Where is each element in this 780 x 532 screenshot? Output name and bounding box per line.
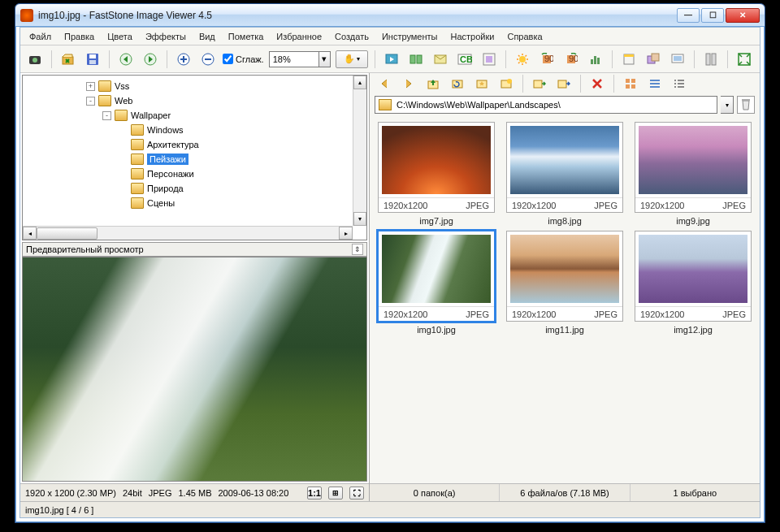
tree-node-сцены[interactable]: Сцены [23,196,366,210]
cb-tool-icon[interactable]: CB [455,50,474,69]
zoom-out-icon[interactable] [198,50,218,69]
zoom-in-icon[interactable] [174,50,193,69]
scroll-down-icon[interactable]: ▾ [353,212,366,226]
tree-scrollbar-horizontal[interactable]: ◂ ▸ [23,226,353,240]
menu-инструменты[interactable]: Инструменты [376,29,444,44]
brightness-icon[interactable] [513,50,532,69]
folder-icon [131,168,144,179]
menubar: ФайлПравкаЦветаЭффектыВидПометкаИзбранно… [20,28,760,45]
thumb-image [639,235,748,303]
thumbnail-img10.jpg[interactable]: 1920x1200JPEGimg10.jpg [376,231,496,335]
recycle-bin-icon[interactable] [737,96,755,114]
thumbnail-img7.jpg[interactable]: 1920x1200JPEGimg7.jpg [376,122,496,226]
menu-вид[interactable]: Вид [193,29,221,44]
view-list-icon[interactable] [645,74,665,93]
menu-избранное[interactable]: Избранное [271,29,327,44]
tree-toggle-icon[interactable]: - [86,97,95,106]
resize-icon[interactable] [479,50,499,69]
smooth-checkbox[interactable] [223,54,233,64]
crop-tool-icon[interactable] [619,50,639,69]
tree-toggle-icon[interactable]: + [86,82,95,91]
copy-to-icon[interactable] [530,74,549,93]
svg-rect-40 [534,80,542,88]
compare-icon[interactable] [406,50,426,69]
scroll-thumb[interactable] [37,227,98,240]
clone-tool-icon[interactable] [644,50,663,69]
scroll-left-icon[interactable]: ◂ [23,227,37,240]
tree-label: Персонажи [147,169,194,179]
tree-node-windows[interactable]: Windows [23,123,366,137]
refresh-icon[interactable] [448,74,467,93]
menu-цвета[interactable]: Цвета [102,29,138,44]
rotate-left-icon[interactable]: 90 [537,50,557,69]
menu-справка[interactable]: Справка [501,29,548,44]
tree-node-vss[interactable]: +Vss [23,79,366,93]
app-icon [20,9,33,22]
thumbnail-img9.jpg[interactable]: 1920x1200JPEGimg9.jpg [633,122,753,226]
close-button[interactable]: ✕ [726,8,760,23]
main-toolbar: Сглаж. 18% ▾ ✋▾ CB 90 90 [20,45,760,73]
expand-button[interactable]: ⛶ [349,487,364,500]
pan-tool-dropdown[interactable]: ✋▾ [336,50,368,68]
thumbnail-img11.jpg[interactable]: 1920x1200JPEGimg11.jpg [505,231,625,335]
slideshow-icon[interactable] [382,50,401,69]
thumbnails-area[interactable]: 1920x1200JPEGimg7.jpg1920x1200JPEGimg8.j… [370,115,760,483]
favorite-icon[interactable] [472,74,492,93]
scroll-right-icon[interactable]: ▸ [339,227,353,240]
preview-expand-icon[interactable]: ⇕ [352,244,363,255]
folder-icon [115,110,128,121]
ratio-button[interactable]: 1:1 [307,487,322,500]
menu-создать[interactable]: Создать [329,29,375,44]
view-thumbs-icon[interactable] [621,74,640,93]
preview-panel[interactable] [22,257,367,482]
thumbnail-img8.jpg[interactable]: 1920x1200JPEGimg8.jpg [505,122,625,226]
path-input[interactable]: C:\Windows\Web\Wallpaper\Landscapes\ [375,96,717,114]
email-icon[interactable] [431,50,450,69]
tree-node-пейзажи[interactable]: Пейзажи [23,152,366,167]
thumbnail-img12.jpg[interactable]: 1920x1200JPEGimg12.jpg [633,231,753,335]
menu-настройки[interactable]: Настройки [445,29,500,44]
app-statusbar: img10.jpg [ 4 / 6 ] [20,501,760,517]
menu-файл[interactable]: Файл [24,29,57,44]
delete-icon[interactable] [587,74,607,93]
zoom-dropdown-icon[interactable]: ▾ [319,51,331,67]
up-folder-icon[interactable] [423,74,443,93]
svg-rect-27 [624,54,634,57]
fullscreen-icon[interactable] [734,50,754,69]
tree-node-архитектура[interactable]: Архитектура [23,137,366,152]
tree-label: Пейзажи [147,154,188,165]
menu-пометка[interactable]: Пометка [223,29,270,44]
tree-node-wallpaper[interactable]: -Wallpaper [23,108,366,123]
menu-правка[interactable]: Правка [58,29,100,44]
hand-icon: ✋ [344,54,355,64]
tree-scrollbar-vertical[interactable]: ▴ ▾ [353,76,366,226]
tree-node-природа[interactable]: Природа [23,181,366,196]
zoom-value-input[interactable]: 18% [269,51,319,67]
svg-rect-46 [650,80,660,81]
save-icon[interactable] [83,50,102,69]
nav-back-icon[interactable] [375,74,394,93]
maximize-button[interactable]: ☐ [701,8,724,23]
tree-node-web[interactable]: -Web [23,93,366,108]
menu-эффекты[interactable]: Эффекты [140,29,192,44]
titlebar[interactable]: img10.jpg - FastStone Image Viewer 4.5 —… [15,4,765,27]
screenshot-icon[interactable] [668,50,687,69]
move-to-icon[interactable] [554,74,574,93]
fit-button[interactable]: ⊞ [328,487,343,500]
tree-toggle-icon[interactable]: - [102,111,111,120]
minimize-button[interactable]: — [677,8,700,23]
open-icon[interactable] [58,50,78,69]
view-details-icon[interactable] [670,74,689,93]
back-icon[interactable] [116,50,136,69]
scroll-up-icon[interactable]: ▴ [353,76,366,89]
nav-forward-icon[interactable] [399,74,418,93]
acquire-icon[interactable] [25,50,45,69]
tree-node-персонажи[interactable]: Персонажи [23,167,366,181]
forward-icon[interactable] [141,50,160,69]
rotate-right-icon[interactable]: 90 [561,50,581,69]
thumb-resolution: 1920x1200 [512,309,556,319]
new-folder-icon[interactable] [496,74,516,93]
settings-icon[interactable] [701,50,721,69]
histogram-icon[interactable] [586,50,605,69]
path-dropdown-icon[interactable]: ▾ [721,96,734,114]
